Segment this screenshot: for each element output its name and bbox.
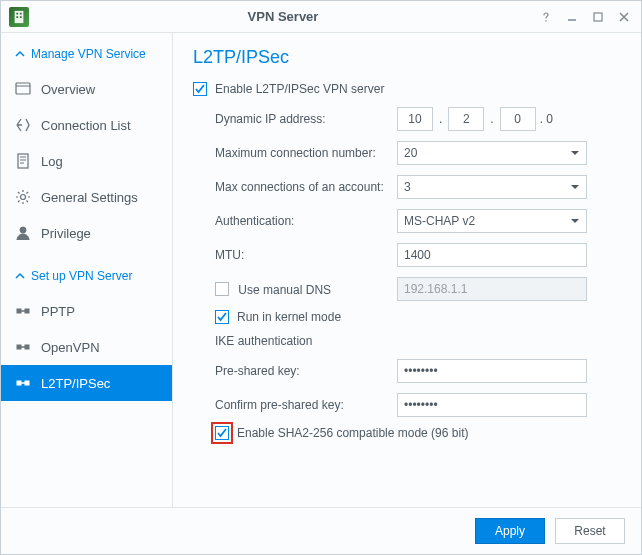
max-acct-value: 3 [404,180,411,194]
ip-octet-3[interactable] [500,107,536,131]
chevron-down-icon [570,148,580,158]
max-acct-select[interactable]: 3 [397,175,587,199]
svg-rect-0 [594,13,602,21]
row-sha2: Enable SHA2-256 compatible mode (96 bit) [215,426,621,440]
auth-label: Authentication: [215,214,397,228]
main-area: Manage VPN Service Overview Connection L… [1,33,641,507]
ip-octet-2[interactable] [448,107,484,131]
ip-octet-1[interactable] [397,107,433,131]
row-manual-dns: Use manual DNS [215,276,621,302]
reset-button[interactable]: Reset [555,518,625,544]
help-icon[interactable] [537,8,555,26]
chevron-up-icon [15,271,25,281]
apply-button[interactable]: Apply [475,518,545,544]
mtu-label: MTU: [215,248,397,262]
sidebar-item-pptp[interactable]: PPTP [1,293,172,329]
sidebar-header-label: Manage VPN Service [31,47,146,61]
overview-icon [15,81,31,97]
kernel-checkbox[interactable] [215,310,229,324]
svg-rect-7 [17,345,21,349]
sidebar-item-label: Overview [41,82,95,97]
sidebar-header-label: Set up VPN Server [31,269,132,283]
minimize-icon[interactable] [563,8,581,26]
svg-rect-5 [17,309,21,313]
page-title: L2TP/IPSec [193,47,621,68]
enable-checkbox[interactable] [193,82,207,96]
sidebar-item-label: PPTP [41,304,75,319]
svg-rect-6 [25,309,29,313]
sidebar-item-l2tp[interactable]: L2TP/IPSec [1,365,172,401]
row-mtu: MTU: [215,242,621,268]
max-acct-label: Max connections of an account: [215,180,397,194]
sidebar-item-label: Log [41,154,63,169]
openvpn-icon [15,339,31,355]
svg-rect-2 [18,154,28,168]
log-icon [15,153,31,169]
psk-label: Pre-shared key: [215,364,397,378]
sidebar-item-label: Connection List [41,118,131,133]
svg-point-4 [20,227,26,233]
max-conn-value: 20 [404,146,417,160]
sidebar-item-openvpn[interactable]: OpenVPN [1,329,172,365]
manual-dns-wrap: Use manual DNS [215,282,397,297]
dot-sep: . [437,112,444,126]
app-window: VPN Server Manage VPN Service Overview [0,0,642,555]
dot-sep: . [488,112,495,126]
window-title: VPN Server [29,9,537,24]
svg-rect-8 [25,345,29,349]
max-conn-select[interactable]: 20 [397,141,587,165]
manual-dns-label: Use manual DNS [238,282,331,296]
row-dynamic-ip: Dynamic IP address: . . . 0 [215,106,621,132]
enable-label: Enable L2TP/IPSec VPN server [215,82,384,96]
sidebar-item-general-settings[interactable]: General Settings [1,179,172,215]
maximize-icon[interactable] [589,8,607,26]
footer: Apply Reset [1,507,641,554]
svg-point-3 [21,195,26,200]
content-panel: L2TP/IPSec Enable L2TP/IPSec VPN server … [173,33,641,507]
sha2-label: Enable SHA2-256 compatible mode (96 bit) [237,426,468,440]
sidebar-header-manage[interactable]: Manage VPN Service [1,37,172,71]
sidebar-item-connection-list[interactable]: Connection List [1,107,172,143]
chevron-down-icon [570,182,580,192]
row-auth: Authentication: MS-CHAP v2 [215,208,621,234]
mtu-input[interactable] [397,243,587,267]
form-rows: Dynamic IP address: . . . 0 Maximum conn… [193,106,621,450]
row-kernel: Run in kernel mode [215,310,621,324]
ike-heading: IKE authentication [215,334,621,348]
max-conn-label: Maximum connection number: [215,146,397,160]
sidebar-item-label: General Settings [41,190,138,205]
dynamic-ip-control: . . . 0 [397,107,553,131]
manual-dns-checkbox[interactable] [215,282,229,296]
sidebar-item-label: OpenVPN [41,340,100,355]
connection-icon [15,117,31,133]
psk-input[interactable] [397,359,587,383]
svg-rect-9 [17,381,21,385]
auth-value: MS-CHAP v2 [404,214,475,228]
sidebar-item-overview[interactable]: Overview [1,71,172,107]
user-icon [15,225,31,241]
sidebar-item-label: L2TP/IPSec [41,376,110,391]
psk2-input[interactable] [397,393,587,417]
sidebar-header-setup[interactable]: Set up VPN Server [1,259,172,293]
kernel-label: Run in kernel mode [237,310,341,324]
titlebar: VPN Server [1,1,641,33]
l2tp-icon [15,375,31,391]
sidebar-item-privilege[interactable]: Privilege [1,215,172,251]
svg-rect-1 [16,83,30,94]
manual-dns-input [397,277,587,301]
window-controls [537,8,633,26]
auth-select[interactable]: MS-CHAP v2 [397,209,587,233]
sha2-checkbox[interactable] [215,426,229,440]
dynamic-ip-label: Dynamic IP address: [215,112,397,126]
row-max-acct: Max connections of an account: 3 [215,174,621,200]
close-icon[interactable] [615,8,633,26]
app-icon [9,7,29,27]
row-max-conn: Maximum connection number: 20 [215,140,621,166]
sidebar-item-log[interactable]: Log [1,143,172,179]
svg-rect-10 [25,381,29,385]
sidebar-section-setup: Set up VPN Server PPTP OpenVPN L2TP/IPSe… [1,255,172,405]
row-psk: Pre-shared key: [215,358,621,384]
row-psk2: Confirm pre-shared key: [215,392,621,418]
ip-suffix: . 0 [540,112,553,126]
sidebar-section-manage: Manage VPN Service Overview Connection L… [1,33,172,255]
